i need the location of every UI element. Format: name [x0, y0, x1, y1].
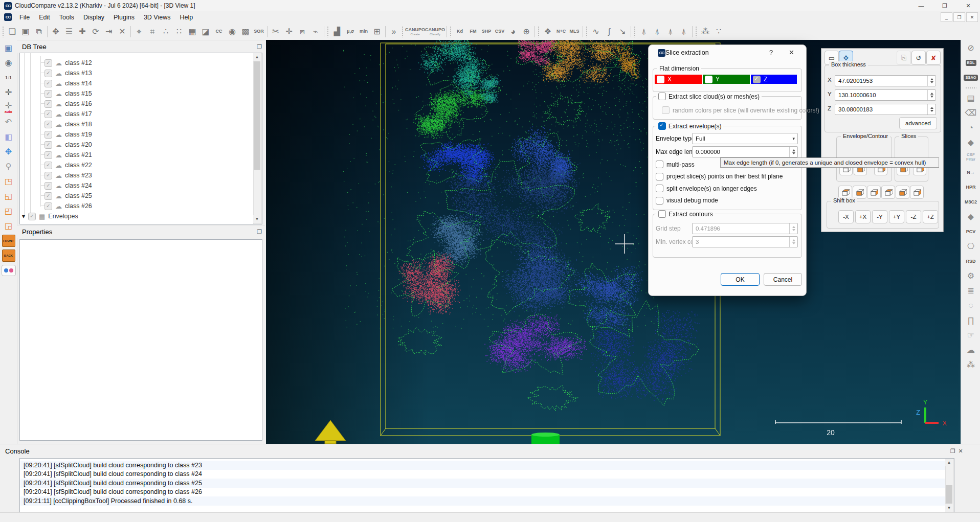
export-slices-button[interactable]: ⎘	[897, 51, 911, 65]
noise-filter-button[interactable]: ▦	[186, 25, 199, 38]
mdi-restore-button[interactable]: ❐	[953, 12, 965, 22]
layers-plugin-button[interactable]: ≣	[964, 284, 978, 298]
menu-edit[interactable]: Edit	[34, 12, 55, 22]
pattern-match-2-button[interactable]: ∵	[712, 25, 725, 38]
segment-cloud-button[interactable]: ◪	[199, 25, 212, 38]
shift-plusz-button[interactable]: +Z	[923, 210, 938, 223]
close-button[interactable]: ✕	[956, 0, 980, 11]
tree-item-checkbox[interactable]: ✓	[44, 100, 52, 108]
tree-item-class13[interactable]: ✓☁class #13	[44, 68, 92, 78]
profile-extract-button[interactable]: ʃ	[603, 25, 616, 38]
db-tree-scroll-up[interactable]: ▲	[253, 53, 261, 61]
flat-dimension-y[interactable]: Y	[703, 75, 750, 84]
disable-shader-button[interactable]: ⊘	[964, 41, 978, 55]
point-list-picking-button[interactable]: ⌗	[146, 25, 159, 38]
tree-item-checkbox[interactable]: ✓	[44, 131, 52, 139]
tree-item-envelopes[interactable]: ▾✓▤Envelopes	[22, 211, 78, 221]
shift-minusx-button[interactable]: -X	[838, 210, 854, 223]
extract-envelope-checkbox[interactable]	[658, 122, 666, 130]
canupo-classify-button[interactable]: CANUPOClassify	[425, 25, 445, 38]
console-close-icon[interactable]: ✕	[959, 448, 963, 455]
save-button[interactable]: ▣	[19, 25, 32, 38]
fm-registration-button[interactable]: FM	[466, 25, 480, 38]
tree-item-class17[interactable]: ✓☁class #17	[44, 109, 92, 119]
minimize-button[interactable]: —	[909, 0, 933, 11]
view-box-bottom-button[interactable]: ◱	[2, 190, 15, 203]
menu-tools[interactable]: Tools	[55, 12, 79, 22]
db-tree-scroll-down[interactable]: ▼	[253, 215, 261, 223]
animation-plugin-button[interactable]: ▤	[964, 92, 978, 105]
hpr-plugin-button[interactable]: HPR	[964, 180, 978, 194]
trees-plugin-button[interactable]: ⁂	[964, 358, 978, 372]
canupo-create-button[interactable]: CANUPOCreate	[405, 25, 425, 38]
box-face-button-3[interactable]	[867, 186, 881, 199]
clean-broom-button[interactable]: ⌫	[964, 106, 978, 120]
tree-item-checkbox[interactable]: ✓	[44, 59, 52, 67]
thickness-y-spin[interactable]: 130.10000610	[835, 89, 936, 101]
hand-picker-button[interactable]: ☞	[964, 329, 978, 342]
tree-item-checkbox[interactable]: ✓	[44, 172, 52, 179]
curve-fit-button[interactable]: ∿	[589, 25, 603, 38]
cc-align-button[interactable]: CC	[212, 25, 226, 38]
flat-dimension-x[interactable]: X	[655, 75, 702, 84]
tree-item-checkbox[interactable]: ✓	[28, 213, 36, 220]
ok-button[interactable]: OK	[721, 273, 760, 286]
tree-item-checkbox[interactable]: ✓	[44, 151, 52, 159]
console-float-icon[interactable]: ❐	[950, 448, 955, 455]
cloud-keyboard-button[interactable]: ☁	[964, 344, 978, 357]
histogram-button[interactable]: ▟	[330, 25, 344, 38]
random-colors-checkbox[interactable]	[662, 106, 670, 114]
tree-item-checkbox[interactable]: ✓	[44, 80, 52, 87]
gears-plugin-button[interactable]: ⚙	[964, 269, 978, 283]
expander-icon[interactable]: ▾	[22, 213, 25, 220]
menu-help[interactable]: Help	[175, 12, 197, 22]
stat-min-button[interactable]: min	[357, 25, 370, 38]
view-box-right-button[interactable]: ◲	[2, 219, 15, 233]
shp-export-button[interactable]: SHP	[480, 25, 493, 38]
extract-contours-checkbox[interactable]	[658, 210, 666, 218]
iso-view-cube-button[interactable]: ◧	[2, 130, 15, 144]
tree-item-checkbox[interactable]: ✓	[44, 110, 52, 118]
shift-plusx-button[interactable]: +X	[855, 210, 871, 223]
tree-item-class20[interactable]: ✓☁class #20	[44, 140, 92, 150]
db-tree-float-icon[interactable]: ❐	[257, 43, 262, 50]
ssao-shader-button[interactable]: SSAO	[964, 71, 978, 84]
tree-segment-2-button[interactable]: ⍋	[677, 25, 691, 38]
properties-list-button[interactable]: ☰	[62, 25, 76, 38]
tree-item-checkbox[interactable]: ✓	[44, 121, 52, 128]
export-entity-button[interactable]: ⇥	[102, 25, 116, 38]
shift-minusy-button[interactable]: -Y	[872, 210, 887, 223]
mdi-close-button[interactable]: ✕	[966, 12, 978, 22]
close-tool-button[interactable]: ✘	[926, 51, 941, 65]
kd-tree-button[interactable]: Kd	[453, 25, 466, 38]
csf-filter-button[interactable]: CSFFilter	[964, 151, 978, 164]
db-tree-scroll-thumb[interactable]	[254, 61, 260, 170]
db-tree[interactable]: ✓☁class #12✓☁class #13✓☁class #14✓☁class…	[19, 53, 262, 224]
dialog-close-button[interactable]: ✕	[789, 49, 794, 56]
dimension-checkbox[interactable]	[657, 76, 664, 83]
m3c2-plugin-button[interactable]: M3C2	[964, 195, 978, 209]
zoom-1-1-button[interactable]: 1:1	[2, 71, 15, 84]
mdi-minimize-button[interactable]: _	[941, 12, 952, 22]
tree-item-checkbox[interactable]: ✓	[44, 182, 52, 190]
tree-item-checkbox[interactable]: ✓	[44, 141, 52, 149]
thickness-x-spin[interactable]: 47.02001953	[835, 75, 936, 86]
menu-display[interactable]: Display	[79, 12, 109, 22]
option-project[interactable]: project slice(s) points on their best fi…	[656, 173, 783, 180]
pan-mode-button[interactable]: ✥	[2, 145, 15, 158]
checker-sampling-button[interactable]: ▩	[239, 25, 252, 38]
tree-item-checkbox[interactable]: ✓	[44, 162, 52, 169]
interactive-transform-button[interactable]: ✛	[282, 25, 296, 38]
normals-compute-button[interactable]: N+C	[554, 25, 568, 38]
tree-segment-1-button[interactable]: ⍋	[664, 25, 677, 38]
box-face-button-5[interactable]	[896, 186, 909, 199]
poisson-recon-button[interactable]: ⎔	[964, 240, 978, 253]
tree-item-class23[interactable]: ✓☁class #23	[44, 170, 92, 180]
view-box-top-button[interactable]: ◳	[2, 175, 15, 188]
cancel-button[interactable]: Cancel	[764, 273, 802, 286]
shield-classify-button[interactable]: ◆	[964, 210, 978, 223]
rotate-view-button[interactable]: ↶	[2, 116, 15, 129]
tree-item-class16[interactable]: ✓☁class #16	[44, 99, 92, 109]
flat-dimension-z[interactable]: Z	[751, 75, 797, 84]
shelter-plugin-button[interactable]: ∏	[964, 314, 978, 327]
